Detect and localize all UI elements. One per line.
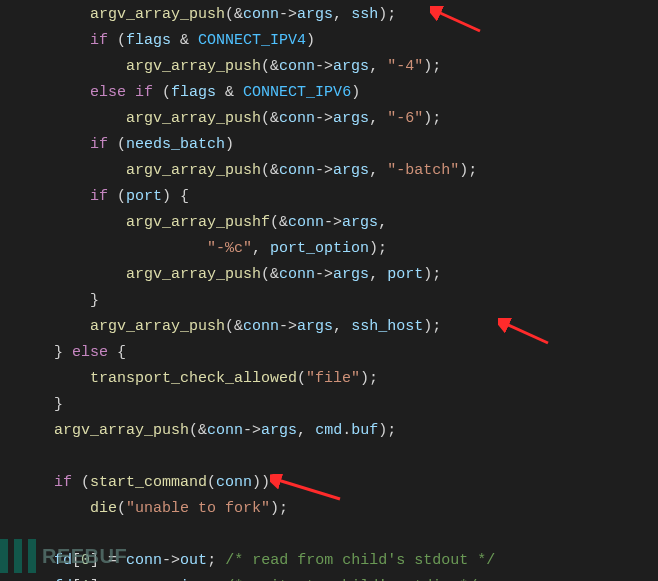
code-line: if (needs_batch) (0, 132, 658, 158)
code-line: argv_array_pushf(&conn->args, (0, 210, 658, 236)
code-line: argv_array_push(&conn->args, cmd.buf); (0, 418, 658, 444)
code-line: argv_array_push(&conn->args, "-6"); (0, 106, 658, 132)
watermark-bars-icon (0, 539, 36, 573)
code-line: else if (flags & CONNECT_IPV6) (0, 80, 658, 106)
code-line: argv_array_push(&conn->args, ssh); (0, 2, 658, 28)
code-line: argv_array_push(&conn->args, ssh_host); (0, 314, 658, 340)
code-line: if (start_command(conn)) (0, 470, 658, 496)
code-line: die("unable to fork"); (0, 496, 658, 522)
code-line: fd[1] = conn->in; /* write to child's st… (0, 574, 658, 581)
code-line: argv_array_push(&conn->args, "-batch"); (0, 158, 658, 184)
code-line: } (0, 288, 658, 314)
watermark-text: REEBUF (42, 543, 127, 569)
code-line: if (port) { (0, 184, 658, 210)
code-line: } else { (0, 340, 658, 366)
code-block: argv_array_push(&conn->args, ssh); if (f… (0, 2, 658, 581)
code-line: argv_array_push(&conn->args, "-4"); (0, 54, 658, 80)
code-line: "-%c", port_option); (0, 236, 658, 262)
code-line: if (flags & CONNECT_IPV4) (0, 28, 658, 54)
watermark: REEBUF (0, 539, 127, 573)
code-line: argv_array_push(&conn->args, port); (0, 262, 658, 288)
code-line (0, 444, 658, 470)
code-line: } (0, 392, 658, 418)
code-line: transport_check_allowed("file"); (0, 366, 658, 392)
